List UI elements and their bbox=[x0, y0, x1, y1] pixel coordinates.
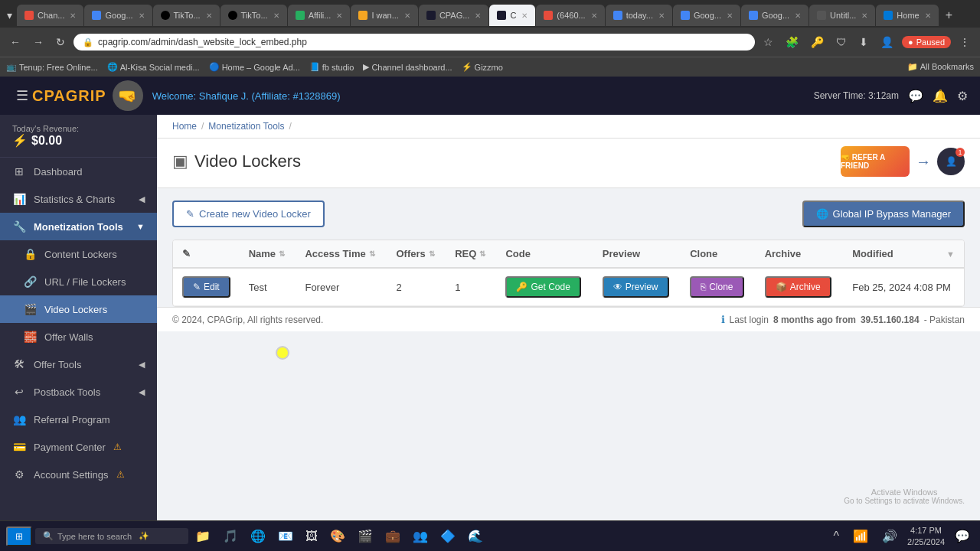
network-icon[interactable]: 📶 bbox=[849, 527, 872, 546]
tab-7[interactable]: CPAG...✕ bbox=[419, 5, 489, 26]
notify-badge[interactable]: 👤 1 bbox=[937, 148, 965, 175]
col-filter-icon[interactable]: ▼ bbox=[946, 249, 955, 259]
col-clone: Clone bbox=[681, 240, 755, 268]
cell-offers: 2 bbox=[387, 268, 446, 306]
sidebar-item-account-settings[interactable]: ⚙ Account Settings ⚠ bbox=[0, 461, 157, 488]
tab-active[interactable]: C✕ bbox=[489, 5, 535, 26]
bookmark-5[interactable]: ▶ Channel dashboard... bbox=[363, 62, 452, 72]
tab-9[interactable]: (6460...✕ bbox=[536, 5, 604, 26]
copyright-text: © 2024, CPAGrip, All rights reserved. bbox=[172, 315, 323, 325]
tab-2[interactable]: Goog...✕ bbox=[84, 5, 152, 26]
sidebar-item-postback-tools[interactable]: ↩ Postback Tools ◀ bbox=[0, 378, 157, 406]
taskbar-files-icon[interactable]: 📁 bbox=[191, 527, 214, 546]
tab-list-btn[interactable]: ▾ bbox=[3, 8, 16, 23]
tab-10[interactable]: today...✕ bbox=[606, 5, 672, 26]
sidebar-item-statistics[interactable]: 📊 Statistics & Charts ◀ bbox=[0, 185, 157, 213]
extension-3[interactable]: 🛡 bbox=[832, 34, 851, 50]
breadcrumb-section[interactable]: Monetization Tools bbox=[208, 121, 284, 132]
taskbar-search[interactable]: 🔍 Type here to search ✨ bbox=[35, 528, 188, 544]
taskbar-app-1[interactable]: 📧 bbox=[274, 527, 297, 546]
breadcrumb-home[interactable]: Home bbox=[172, 121, 197, 132]
new-tab-btn[interactable]: + bbox=[939, 8, 959, 22]
sidebar-item-offer-tools[interactable]: 🛠 Offer Tools ◀ bbox=[0, 350, 157, 378]
tab-13[interactable]: Untitl...✕ bbox=[809, 5, 875, 26]
taskbar-vlc-icon[interactable]: 🎵 bbox=[219, 527, 242, 546]
bookmark-1[interactable]: 📺 Tenup: Free Online... bbox=[6, 62, 98, 72]
sort-icon[interactable]: ⇅ bbox=[429, 249, 435, 258]
tab-11[interactable]: Goog...✕ bbox=[673, 5, 740, 26]
tab-14[interactable]: Home✕ bbox=[876, 5, 938, 26]
taskbar-chevron-icon[interactable]: ^ bbox=[830, 527, 844, 546]
sidebar-item-content-lockers[interactable]: 🔒 Content Lockers bbox=[0, 240, 157, 268]
sidebar-item-payment[interactable]: 💳 Payment Center ⚠ bbox=[0, 433, 157, 461]
sidebar-item-dashboard[interactable]: ⊞ Dashboard bbox=[0, 158, 157, 185]
refer-image[interactable]: 🤜 REFER A FRIEND bbox=[841, 146, 910, 177]
extension-1[interactable]: 🧩 bbox=[782, 34, 802, 50]
extension-2[interactable]: 🔑 bbox=[807, 34, 828, 50]
sidebar-item-video-lockers[interactable]: 🎬 Video Lockers bbox=[0, 295, 157, 323]
taskbar-app-4[interactable]: 💼 bbox=[381, 527, 404, 546]
preview-button[interactable]: 👁 Preview bbox=[603, 276, 669, 298]
content-wrapper: Today's Revenue: ⚡ $0.00 ⊞ Dashboard 📊 S… bbox=[0, 115, 980, 520]
bookmark-4[interactable]: 📘 fb studio bbox=[309, 62, 354, 72]
volume-icon[interactable]: 🔊 bbox=[878, 527, 901, 546]
bookmark-btn[interactable]: ☆ bbox=[760, 34, 777, 50]
sort-icon[interactable]: ⇅ bbox=[369, 249, 375, 258]
tab-3[interactable]: TikTo...✕ bbox=[153, 5, 220, 26]
cell-clone: ⎘ Clone bbox=[681, 268, 755, 306]
notification-icon[interactable]: 💬 bbox=[951, 527, 974, 546]
brand-logo: 🤜 bbox=[113, 80, 143, 111]
address-bar[interactable]: 🔒 cpagrip.com/admin/dash_website_lock_em… bbox=[74, 34, 755, 51]
sort-icon[interactable]: ⇅ bbox=[279, 249, 285, 258]
hamburger-icon[interactable]: ☰ bbox=[12, 86, 32, 106]
tab-5[interactable]: Affili...✕ bbox=[288, 5, 351, 26]
sidebar-item-offer-walls[interactable]: 🧱 Offer Walls bbox=[0, 323, 157, 350]
download-btn[interactable]: ⬇ bbox=[855, 34, 872, 50]
sort-icon[interactable]: ⇅ bbox=[479, 249, 485, 258]
edit-button[interactable]: ✎ Edit bbox=[182, 276, 230, 298]
reload-btn[interactable]: ↻ bbox=[52, 34, 69, 50]
chat-icon[interactable]: 💬 bbox=[908, 89, 923, 103]
clone-button[interactable]: ⎘ Clone bbox=[690, 276, 743, 298]
taskbar-app-5[interactable]: 🔷 bbox=[436, 527, 459, 546]
get-code-button[interactable]: 🔑 Get Code bbox=[505, 276, 580, 298]
taskbar-chrome-icon[interactable]: 🌐 bbox=[247, 527, 270, 546]
col-archive: Archive bbox=[756, 240, 844, 268]
archive-button[interactable]: 📦 Archive bbox=[765, 276, 831, 298]
tab-1[interactable]: Chan...✕ bbox=[17, 5, 83, 26]
settings-icon[interactable]: ⚙ bbox=[957, 89, 968, 103]
taskbar-app-3[interactable]: 🎬 bbox=[354, 527, 377, 546]
brand-name: CPAGRIP bbox=[32, 87, 106, 105]
taskbar-app-2[interactable]: 🎨 bbox=[326, 527, 349, 546]
sidebar-item-label: Account Settings bbox=[34, 469, 109, 481]
taskbar-teams-icon[interactable]: 👥 bbox=[409, 527, 432, 546]
bookmark-6[interactable]: ⚡ Gizzmo bbox=[462, 62, 503, 72]
bell-icon[interactable]: 🔔 bbox=[933, 89, 948, 103]
global-ip-bypass-button[interactable]: 🌐 Global IP Bypass Manager bbox=[802, 201, 965, 227]
taskbar-app-icons: 📁 🎵 🌐 📧 🖼 🎨 🎬 💼 👥 🔷 🌊 bbox=[191, 527, 487, 546]
refer-arrow: → bbox=[916, 153, 931, 171]
taskbar-photoshop-icon[interactable]: 🖼 bbox=[302, 527, 322, 546]
paused-badge[interactable]: ● Paused bbox=[902, 36, 951, 48]
start-button[interactable]: ⊞ bbox=[6, 527, 32, 546]
bookmark-2[interactable]: 🌐 Al-Kisa Social medi... bbox=[107, 62, 200, 72]
tab-4[interactable]: TikTo...✕ bbox=[220, 5, 287, 26]
create-video-locker-button[interactable]: ✎ Create new Video Locker bbox=[172, 201, 325, 227]
tab-6[interactable]: I wan...✕ bbox=[351, 5, 417, 26]
sidebar-item-url-lockers[interactable]: 🔗 URL / File Lockers bbox=[0, 268, 157, 295]
back-btn[interactable]: ← bbox=[6, 34, 24, 50]
last-login-prefix: Last login bbox=[730, 315, 769, 325]
dashboard-icon: ⊞ bbox=[12, 165, 26, 178]
sidebar-item-monetization[interactable]: 🔧 Monetization Tools ▼ bbox=[0, 213, 157, 240]
sidebar-item-referral[interactable]: 👥 Referral Program bbox=[0, 406, 157, 433]
cell-req: 1 bbox=[446, 268, 496, 306]
bookmark-3[interactable]: 🔵 Home – Google Ad... bbox=[209, 62, 300, 72]
arrow-icon: ◀ bbox=[139, 360, 145, 370]
taskbar-app-6[interactable]: 🌊 bbox=[464, 527, 487, 546]
profile-btn[interactable]: 👤 bbox=[877, 34, 897, 50]
all-bookmarks[interactable]: 📁 All Bookmarks bbox=[907, 62, 974, 72]
forward-btn[interactable]: → bbox=[29, 34, 47, 50]
table: ✎ Name ⇅ Access Time ⇅ bbox=[173, 240, 964, 306]
menu-btn[interactable]: ⋮ bbox=[956, 34, 974, 50]
tab-12[interactable]: Goog...✕ bbox=[741, 5, 808, 26]
